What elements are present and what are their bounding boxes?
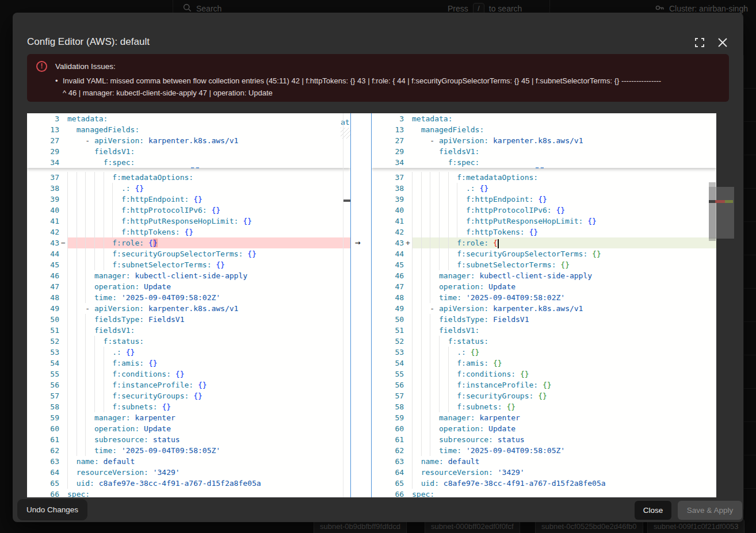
code-line-left-63[interactable]: 63name: default: [27, 456, 350, 467]
code-line-right-60[interactable]: 60operation: Update: [372, 423, 716, 434]
line-number[interactable]: 37: [27, 172, 59, 183]
close-button[interactable]: Close: [635, 501, 671, 520]
code-line-right-39[interactable]: 39f:httpEndpoint: {}: [372, 194, 716, 205]
line-number[interactable]: 13: [27, 124, 59, 135]
line-number[interactable]: 43: [372, 237, 404, 248]
line-number[interactable]: 39: [27, 194, 59, 205]
code-line-right-44[interactable]: 44f:securityGroupSelectorTerms: {}: [372, 248, 716, 259]
line-number[interactable]: 38: [372, 183, 404, 194]
line-number[interactable]: 27: [27, 135, 59, 146]
sticky-line-left-3[interactable]: 3metadata:: [27, 113, 350, 124]
line-number[interactable]: 63: [372, 456, 404, 467]
code-line-left-61[interactable]: 61subresource: status: [27, 434, 350, 445]
line-number[interactable]: 34: [372, 157, 404, 168]
code-line-left-58[interactable]: 58f:subnets: {}: [27, 401, 350, 412]
code-line-left-65[interactable]: 65uid: c8afe97e-38cc-4f91-a767-d15f2a8fe…: [27, 478, 350, 489]
code-line-right-53[interactable]: 53.: {}: [372, 347, 716, 358]
line-number[interactable]: 37: [372, 172, 404, 183]
code-line-right-59[interactable]: 59manager: karpenter: [372, 412, 716, 423]
sticky-line-right-27[interactable]: 27 - apiVersion: karpenter.k8s.aws/v1: [372, 135, 716, 146]
line-number[interactable]: 44: [372, 248, 404, 259]
line-number[interactable]: 42: [27, 227, 59, 237]
code-line-right-54[interactable]: 54f:amis: {}: [372, 358, 716, 369]
line-number[interactable]: 59: [27, 412, 59, 423]
line-number[interactable]: 46: [27, 270, 59, 281]
code-line-right-46[interactable]: 46manager: kubectl-client-side-apply: [372, 270, 716, 281]
line-number[interactable]: 40: [372, 205, 404, 216]
code-line-right-58[interactable]: 58f:subnets: {}: [372, 401, 716, 412]
code-line-right-38[interactable]: 38.: {}: [372, 183, 716, 194]
code-line-right-63[interactable]: 63name: default: [372, 456, 716, 467]
undo-changes-button[interactable]: Undo Changes: [17, 499, 87, 520]
code-line-left-48[interactable]: 48time: '2025-09-04T09:58:02Z': [27, 292, 350, 303]
line-number[interactable]: 52: [27, 336, 59, 347]
line-number[interactable]: 29: [372, 146, 404, 157]
code-line-left-41[interactable]: 41f:httpPutResponseHopLimit: {}: [27, 216, 350, 227]
code-line-left-45[interactable]: 45f:subnetSelectorTerms: {}: [27, 259, 350, 270]
code-line-left-44[interactable]: 44f:securityGroupSelectorTerms: {}: [27, 248, 350, 259]
code-line-left-55[interactable]: 55f:conditions: {}: [27, 369, 350, 379]
diff-pane-original[interactable]: 37f:metadataOptions:38.: {}39f:httpEndpo…: [27, 113, 350, 497]
code-line-right-61[interactable]: 61subresource: status: [372, 434, 716, 445]
line-number[interactable]: 61: [372, 434, 404, 445]
code-line-right-55[interactable]: 55f:conditions: {}: [372, 369, 716, 379]
code-line-right-37[interactable]: 37f:metadataOptions:: [372, 172, 716, 183]
line-number[interactable]: 48: [372, 292, 404, 303]
line-number[interactable]: 55: [27, 369, 59, 379]
line-number[interactable]: 43: [27, 237, 59, 248]
code-line-right-43[interactable]: 43+f:role: {: [372, 237, 716, 248]
code-line-left-47[interactable]: 47operation: Update: [27, 281, 350, 292]
code-line-right-41[interactable]: 41f:httpPutResponseHopLimit: {}: [372, 216, 716, 227]
line-number[interactable]: 64: [27, 467, 59, 478]
line-number[interactable]: 66: [27, 489, 59, 497]
code-line-left-42[interactable]: 42f:httpTokens: {}: [27, 227, 350, 237]
line-number[interactable]: 53: [27, 347, 59, 358]
line-number[interactable]: 51: [27, 325, 59, 336]
line-number[interactable]: 50: [372, 314, 404, 325]
code-line-left-52[interactable]: 52f:status:: [27, 336, 350, 347]
line-number[interactable]: 45: [27, 259, 59, 270]
code-line-left-57[interactable]: 57f:securityGroups: {}: [27, 390, 350, 401]
line-number[interactable]: 39: [372, 194, 404, 205]
sticky-line-left-29[interactable]: 29 fieldsV1:: [27, 146, 350, 157]
line-number[interactable]: 44: [27, 248, 59, 259]
diff-pane-modified[interactable]: 37f:metadataOptions:38.: {}39f:httpEndpo…: [372, 113, 716, 497]
line-number[interactable]: 56: [27, 379, 59, 390]
line-number[interactable]: 3: [27, 113, 59, 124]
line-number[interactable]: 42: [372, 227, 404, 237]
line-number[interactable]: 59: [372, 412, 404, 423]
line-number[interactable]: 52: [372, 336, 404, 347]
code-line-right-42[interactable]: 42f:httpTokens: {}: [372, 227, 716, 237]
line-number[interactable]: 51: [372, 325, 404, 336]
code-line-right-57[interactable]: 57f:securityGroups: {}: [372, 390, 716, 401]
code-line-left-50[interactable]: 50fieldsType: FieldsV1: [27, 314, 350, 325]
line-number[interactable]: 60: [27, 423, 59, 434]
close-icon[interactable]: [717, 37, 728, 48]
line-number[interactable]: 47: [372, 281, 404, 292]
line-number[interactable]: 41: [27, 216, 59, 227]
line-number[interactable]: 63: [27, 456, 59, 467]
code-line-right-52[interactable]: 52f:status:: [372, 336, 716, 347]
line-number[interactable]: 61: [27, 434, 59, 445]
sticky-line-left-34[interactable]: 34 f:spec:: [27, 157, 350, 168]
code-line-right-64[interactable]: 64resourceVersion: '3429': [372, 467, 716, 478]
line-number[interactable]: 64: [372, 467, 404, 478]
code-line-left-64[interactable]: 64resourceVersion: '3429': [27, 467, 350, 478]
line-number[interactable]: 65: [27, 478, 59, 489]
code-line-left-49[interactable]: 49- apiVersion: karpenter.k8s.aws/v1: [27, 303, 350, 314]
code-line-left-46[interactable]: 46manager: kubectl-client-side-apply: [27, 270, 350, 281]
line-number[interactable]: 49: [27, 303, 59, 314]
line-number[interactable]: 40: [27, 205, 59, 216]
line-number[interactable]: 66: [372, 489, 404, 497]
line-number[interactable]: 13: [372, 124, 404, 135]
code-line-right-50[interactable]: 50fieldsType: FieldsV1: [372, 314, 716, 325]
code-line-left-39[interactable]: 39f:httpEndpoint: {}: [27, 194, 350, 205]
line-number[interactable]: 58: [372, 401, 404, 412]
sticky-line-right-13[interactable]: 13 managedFields:: [372, 124, 716, 135]
line-number[interactable]: 45: [372, 259, 404, 270]
line-number[interactable]: 38: [27, 183, 59, 194]
line-number[interactable]: 62: [372, 445, 404, 456]
code-line-left-59[interactable]: 59manager: karpenter: [27, 412, 350, 423]
line-number[interactable]: 57: [27, 390, 59, 401]
overview-slider[interactable]: [709, 187, 734, 239]
